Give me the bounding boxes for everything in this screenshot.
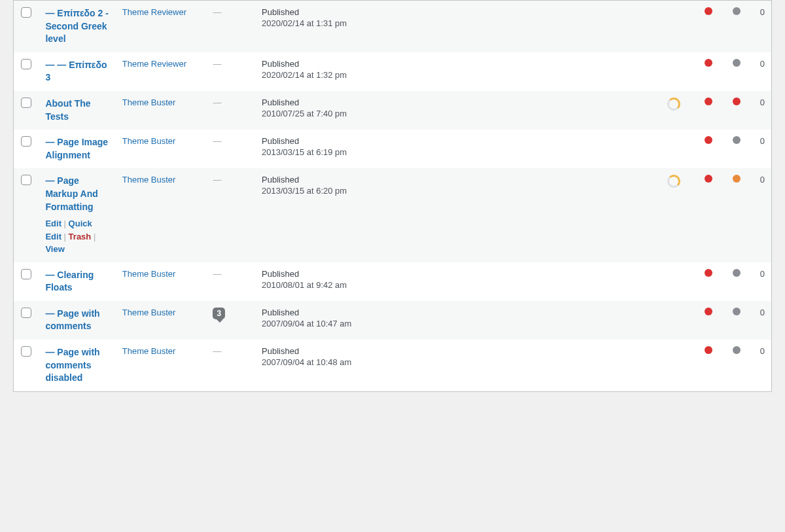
- status-label: Published: [262, 308, 646, 317]
- row-checkbox[interactable]: [21, 98, 31, 108]
- row-checkbox[interactable]: [21, 7, 31, 18]
- links-count: 0: [750, 301, 771, 340]
- table-row: — Page with comments disabledTheme Buste…: [14, 340, 772, 391]
- readability-dot-icon: [705, 7, 712, 15]
- page-title-link[interactable]: — Page with comments: [45, 308, 99, 332]
- no-comments-dash: —: [213, 346, 221, 356]
- seo-score-icon: [667, 98, 680, 111]
- links-count: 0: [750, 52, 771, 91]
- readability-dot-icon: [705, 59, 712, 67]
- page-title-link[interactable]: About The Tests: [45, 98, 90, 122]
- date-label: 2010/07/25 at 7:40 pm: [262, 109, 646, 118]
- row-checkbox[interactable]: [21, 59, 31, 69]
- links-count: 0: [750, 91, 771, 130]
- row-checkbox[interactable]: [21, 175, 31, 185]
- status-label: Published: [262, 136, 646, 146]
- status-label: Published: [262, 175, 646, 185]
- seo-dot-icon: [733, 7, 741, 15]
- readability-dot-icon: [705, 136, 712, 144]
- status-label: Published: [262, 7, 646, 17]
- readability-dot-icon: [705, 346, 712, 354]
- author-link[interactable]: Theme Buster: [122, 308, 176, 317]
- date-label: 2010/08/01 at 9:42 am: [262, 280, 646, 290]
- author-link[interactable]: Theme Reviewer: [122, 59, 186, 69]
- status-label: Published: [262, 98, 646, 107]
- status-label: Published: [262, 59, 646, 69]
- links-count: 0: [750, 1, 771, 52]
- date-label: 2007/09/04 at 10:47 am: [262, 319, 646, 328]
- author-link[interactable]: Theme Buster: [122, 175, 176, 185]
- trash-link[interactable]: Trash: [69, 232, 92, 241]
- table-row: — Page with commentsTheme Buster3Publish…: [14, 301, 772, 340]
- table-row: — Page Image AlignmentTheme Buster—Publi…: [14, 130, 772, 168]
- comment-count-bubble[interactable]: 3: [213, 308, 225, 319]
- page-title-link[interactable]: — Page Markup And Formatting: [45, 175, 97, 211]
- no-comments-dash: —: [213, 7, 221, 17]
- status-label: Published: [262, 269, 646, 279]
- table-row: — Επίπεδο 2 - Second Greek levelTheme Re…: [14, 1, 772, 52]
- row-checkbox[interactable]: [21, 269, 31, 279]
- seo-score-icon: [667, 175, 680, 188]
- table-row: About The TestsTheme Buster—Published201…: [14, 91, 772, 130]
- date-label: 2020/02/14 at 1:32 pm: [262, 70, 646, 80]
- no-comments-dash: —: [213, 269, 221, 279]
- row-actions: Edit | Quick Edit | Trash | View: [45, 217, 109, 256]
- seo-dot-icon: [733, 346, 741, 354]
- row-checkbox[interactable]: [21, 136, 31, 147]
- no-comments-dash: —: [213, 59, 221, 69]
- no-comments-dash: —: [213, 136, 221, 146]
- view-link[interactable]: View: [45, 244, 64, 254]
- page-title-link[interactable]: — Clearing Floats: [45, 270, 94, 293]
- status-label: Published: [262, 346, 646, 356]
- seo-dot-icon: [733, 136, 741, 144]
- author-link[interactable]: Theme Buster: [122, 98, 176, 107]
- author-link[interactable]: Theme Buster: [122, 136, 176, 146]
- no-comments-dash: —: [213, 175, 221, 185]
- readability-dot-icon: [705, 98, 712, 105]
- readability-dot-icon: [705, 175, 712, 183]
- author-link[interactable]: Theme Buster: [122, 346, 176, 356]
- links-count: 0: [750, 262, 771, 301]
- date-label: 2007/09/04 at 10:48 am: [262, 357, 646, 367]
- edit-link[interactable]: Edit: [45, 219, 61, 228]
- row-checkbox[interactable]: [21, 308, 31, 318]
- date-label: 2013/03/15 at 6:19 pm: [262, 147, 646, 157]
- pages-table: — Επίπεδο 2 - Second Greek levelTheme Re…: [13, 0, 772, 392]
- links-count: 0: [750, 130, 771, 168]
- table-row: — Clearing FloatsTheme Buster—Published2…: [14, 262, 772, 301]
- readability-dot-icon: [705, 308, 712, 315]
- links-count: 0: [750, 340, 771, 391]
- seo-dot-icon: [733, 308, 741, 315]
- page-title-link[interactable]: — Επίπεδο 2 - Second Greek level: [45, 8, 108, 44]
- date-label: 2013/03/15 at 6:20 pm: [262, 186, 646, 196]
- date-label: 2020/02/14 at 1:31 pm: [262, 18, 646, 28]
- row-checkbox[interactable]: [21, 346, 31, 357]
- page-title-link[interactable]: — Page with comments disabled: [45, 347, 99, 383]
- table-row: — Page Markup And FormattingEdit | Quick…: [14, 168, 772, 262]
- page-title-link[interactable]: — — Επίπεδο 3: [45, 60, 107, 83]
- links-count: 0: [750, 168, 771, 262]
- seo-dot-icon: [733, 175, 741, 183]
- seo-dot-icon: [733, 269, 741, 277]
- author-link[interactable]: Theme Buster: [122, 269, 176, 279]
- seo-dot-icon: [733, 59, 741, 67]
- seo-dot-icon: [733, 98, 741, 105]
- table-row: — — Επίπεδο 3Theme Reviewer—Published202…: [14, 52, 772, 91]
- author-link[interactable]: Theme Reviewer: [122, 7, 186, 17]
- readability-dot-icon: [705, 269, 712, 277]
- no-comments-dash: —: [213, 98, 221, 107]
- page-title-link[interactable]: — Page Image Alignment: [45, 137, 108, 160]
